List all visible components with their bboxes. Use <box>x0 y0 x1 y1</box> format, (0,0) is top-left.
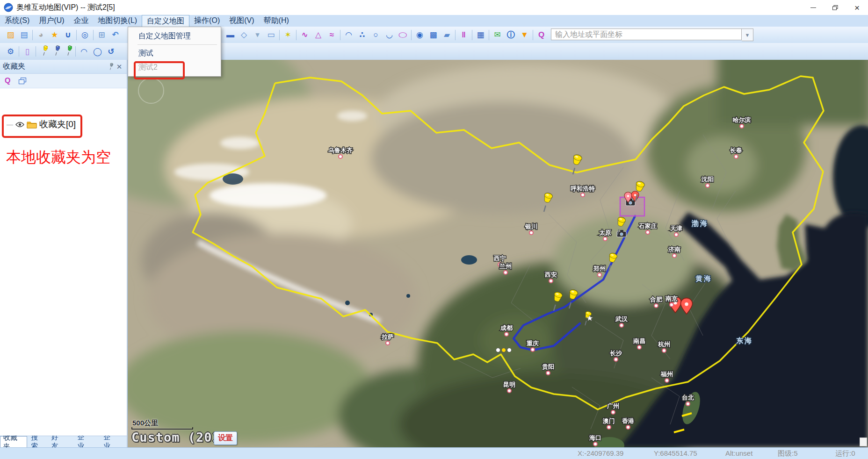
svg-text:杭州: 杭州 <box>658 341 670 348</box>
custom-map-menu-item-2[interactable]: 测试 <box>128 46 221 60</box>
toolbar-separator <box>472 30 472 40</box>
rotate-tool-icon[interactable]: ↺ <box>104 45 118 58</box>
toolbar-separator <box>19 46 19 57</box>
freeform-region-icon[interactable]: ▰ <box>440 29 454 41</box>
arc-icon[interactable]: ◠ <box>342 29 355 41</box>
svg-text:澳门: 澳门 <box>602 417 615 424</box>
empty-folder-annotation: 本地收藏夹为空 <box>6 147 111 168</box>
search-dropdown-button[interactable]: ▼ <box>742 29 753 41</box>
curve-icon[interactable]: ≈ <box>325 29 339 41</box>
scroll-corner <box>860 437 867 446</box>
menu-item-3[interactable]: 企业 <box>69 15 94 27</box>
app-logo-icon <box>4 3 13 12</box>
svg-text:成都: 成都 <box>500 324 513 331</box>
svg-text:沈阳: 沈阳 <box>701 176 714 183</box>
yellow-pushpin-icon[interactable] <box>39 45 48 58</box>
crop-frame-icon[interactable]: ⊞ <box>95 29 108 41</box>
svg-text:福州: 福州 <box>660 371 673 378</box>
favorite-star-icon[interactable]: ★ <box>48 29 61 41</box>
sidebar-tab-4[interactable]: 企业... <box>74 436 100 447</box>
dock-close-icon[interactable]: ✕ <box>115 62 124 72</box>
dock-pin-icon[interactable] <box>105 62 115 72</box>
favorites-sidebar: 收藏夹 ✕ Q — <box>0 60 128 447</box>
hatch-region-icon[interactable]: ▩ <box>427 29 440 41</box>
shape-picker-icon[interactable]: ◇ <box>237 29 251 41</box>
friends-icon[interactable]: ◕ <box>34 29 48 41</box>
close-button[interactable]: × <box>846 0 868 15</box>
svg-text:昆明: 昆明 <box>503 381 515 388</box>
arc-tool-icon[interactable]: ◠ <box>77 45 91 58</box>
message-icon[interactable]: ✉ <box>491 29 504 41</box>
restore-button[interactable] <box>824 0 846 15</box>
svg-text:呼和浩特: 呼和浩特 <box>571 185 595 192</box>
arc2-icon[interactable]: ◡ <box>383 29 396 41</box>
toolbar-separator <box>76 30 77 40</box>
settings-gear-icon[interactable]: ⚙ <box>4 45 17 58</box>
dot-marker[interactable] <box>496 348 500 352</box>
blue-pushpin-icon[interactable] <box>51 45 60 58</box>
rounded-rect-icon[interactable]: ▭ <box>264 29 278 41</box>
menu-item-1[interactable]: 系统(S) <box>0 15 34 27</box>
document-icon[interactable]: ▯ <box>21 45 34 58</box>
sidebar-tab-1[interactable]: 收藏夹 <box>0 436 27 447</box>
svg-text:台北: 台北 <box>682 394 694 401</box>
svg-text:天津: 天津 <box>670 225 682 232</box>
custom-map-menu-item-3[interactable]: 测试2 <box>128 60 221 74</box>
menu-item-8[interactable]: 帮助(H) <box>259 15 294 27</box>
polyline-icon[interactable]: ∿ <box>298 29 311 41</box>
map-settings-button[interactable]: 设置 <box>214 431 237 445</box>
menu-item-7[interactable]: 视图(V) <box>224 15 259 27</box>
table-icon[interactable]: ▦ <box>474 29 487 41</box>
menu-item-5[interactable]: 自定义地图 <box>142 15 189 27</box>
search-glyph-icon[interactable]: Q <box>535 29 548 41</box>
ellipse-icon[interactable]: ◯ <box>396 31 410 39</box>
vip-icon[interactable]: ▼ <box>518 29 531 41</box>
bars-icon[interactable]: ‖ <box>457 29 470 41</box>
open-folder-icon[interactable]: ▨ <box>4 29 17 41</box>
info-icon[interactable]: ⓘ <box>504 29 518 41</box>
sidebar-search-icon[interactable]: Q <box>5 77 10 85</box>
custom-map-menu-item-1[interactable]: 自定义地图管理 <box>128 29 221 43</box>
save-icon[interactable]: ▤ <box>17 29 31 41</box>
map-viewport[interactable]: 乌鲁木齐呼和浩特银川西宁兰州西安郑州成都重庆贵阳昆明拉萨武汉长沙南昌合肥南京杭州… <box>128 60 868 447</box>
dot-marker[interactable] <box>502 348 506 352</box>
green-pushpin-icon[interactable] <box>64 45 72 58</box>
visibility-eye-icon[interactable] <box>15 122 24 128</box>
svg-text:广州: 广州 <box>607 402 619 409</box>
undo-icon[interactable]: ↶ <box>108 29 122 41</box>
dot-marker[interactable] <box>507 348 512 352</box>
svg-text:哈尔滨: 哈尔滨 <box>733 116 751 123</box>
menu-item-6[interactable]: 操作(O) <box>189 15 224 27</box>
minimize-button[interactable] <box>802 0 824 15</box>
toolbar-separator <box>411 30 412 40</box>
shape-picker-caret-icon[interactable]: ▾ <box>251 29 264 41</box>
sidebar-tab-2[interactable]: 搜索 <box>28 436 47 447</box>
track-icon[interactable]: ∪ <box>61 29 75 41</box>
sidebar-tab-3[interactable]: 好友... <box>49 436 74 447</box>
toolbar-separator <box>296 30 297 40</box>
map-scale-label: 500公里 <box>132 419 158 428</box>
multipoint-icon[interactable]: ∴ <box>355 29 369 41</box>
polygon-icon[interactable]: △ <box>311 29 325 41</box>
favorites-root-item[interactable]: — 收藏夹[0] <box>7 118 76 130</box>
app-window: 奥维互动地图(VIP) -- 测试2[5] × 系统(S)用户(U)企业地图切换… <box>0 0 868 459</box>
svg-text:武汉: 武汉 <box>615 316 628 323</box>
region-icon[interactable]: ◉ <box>413 29 427 41</box>
quick-mark-icon[interactable]: ✶ <box>281 29 295 41</box>
sidebar-tab-5[interactable]: 企业... <box>101 436 126 447</box>
circle-tool-icon[interactable]: ◯ <box>91 45 104 58</box>
circle-icon[interactable]: ○ <box>369 29 383 41</box>
menu-item-4[interactable]: 地图切换(L) <box>94 15 142 27</box>
sea-label: 渤海 <box>691 219 709 227</box>
sea-label: 黄海 <box>695 274 712 282</box>
layers-icon[interactable] <box>19 78 27 85</box>
ruler-icon[interactable]: ▬ <box>224 29 237 41</box>
menu-divider <box>137 44 217 45</box>
status-y-coordinate: Y:6845514.75 <box>654 449 697 457</box>
svg-text:拉萨: 拉萨 <box>381 333 394 340</box>
svg-text:南昌: 南昌 <box>633 337 645 344</box>
menu-item-2[interactable]: 用户(U) <box>34 15 69 27</box>
tree-expander[interactable]: — <box>7 121 13 128</box>
sphere-icon[interactable]: ◎ <box>78 29 92 41</box>
address-search-input[interactable] <box>551 29 742 40</box>
